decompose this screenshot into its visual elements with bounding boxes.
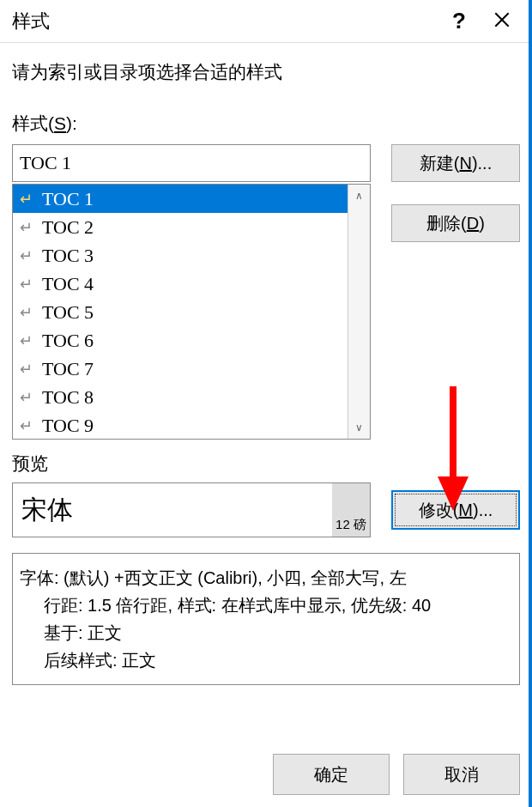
dialog-title: 样式 [12,9,438,34]
list-item[interactable]: ↵TOC 9 [13,411,348,439]
delete-button[interactable]: 删除(D) [391,204,520,242]
list-item[interactable]: ↵TOC 7 [13,355,348,383]
return-icon: ↵ [20,190,42,209]
new-button[interactable]: 新建(N)... [391,144,520,182]
help-button[interactable]: ? [438,8,481,34]
window-edge [529,0,532,807]
style-list: ↵TOC 1 ↵TOC 2 ↵TOC 3 ↵TOC 4 ↵TOC 5 ↵TOC … [12,184,371,440]
list-item[interactable]: ↵TOC 4 [13,270,348,298]
return-icon: ↵ [20,218,42,237]
modify-button[interactable]: 修改(M)... [391,490,520,530]
style-name-input[interactable] [12,144,371,182]
cancel-button[interactable]: 取消 [403,754,520,795]
return-icon: ↵ [20,331,42,350]
dialog-footer: 确定 取消 [273,754,520,795]
preview-font-name: 宋体 [13,493,332,528]
list-item[interactable]: ↵TOC 1 [13,185,348,213]
scrollbar[interactable]: ∧ ∨ [348,185,370,439]
return-icon: ↵ [20,275,42,294]
scroll-down-icon[interactable]: ∨ [348,416,370,439]
return-icon: ↵ [20,303,42,322]
list-item[interactable]: ↵TOC 2 [13,213,348,241]
close-button[interactable] [481,10,523,33]
list-item[interactable]: ↵TOC 6 [13,326,348,355]
preview-box: 宋体 12 磅 [12,482,371,537]
list-item[interactable]: ↵TOC 3 [13,241,348,270]
preview-font-size: 12 磅 [332,483,370,537]
list-item[interactable]: ↵TOC 5 [13,298,348,326]
return-icon: ↵ [20,416,42,435]
return-icon: ↵ [20,246,42,265]
styles-label: 样式(S): [12,112,520,136]
scroll-up-icon[interactable]: ∧ [348,185,370,207]
ok-button[interactable]: 确定 [273,754,390,795]
instruction-text: 请为索引或目录项选择合适的样式 [12,60,520,84]
preview-label: 预览 [12,452,520,476]
return-icon: ↵ [20,388,42,407]
list-item[interactable]: ↵TOC 8 [13,383,348,411]
titlebar: 样式 ? [0,0,532,43]
style-description: 字体: (默认) +西文正文 (Calibri), 小四, 全部大写, 左 行距… [12,553,520,685]
return-icon: ↵ [20,360,42,379]
